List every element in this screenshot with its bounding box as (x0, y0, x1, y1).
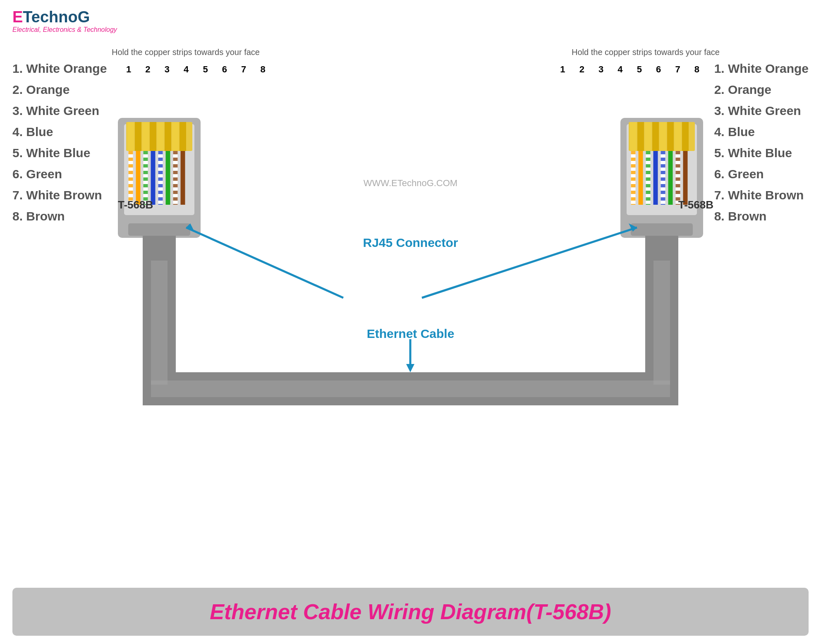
bottom-banner: Ethernet Cable Wiring Diagram(T-568B) (12, 588, 809, 636)
svg-rect-32 (675, 122, 681, 151)
svg-rect-9 (180, 122, 186, 151)
logo-area: ETechnoG Electrical, Electronics & Techn… (12, 8, 117, 34)
svg-marker-59 (406, 364, 414, 372)
ethernet-cable-label: Ethernet Cable (367, 327, 455, 341)
label-t568b-right: T-568B (678, 199, 713, 211)
svg-rect-26 (630, 122, 637, 151)
svg-rect-53 (653, 261, 670, 385)
svg-rect-28 (645, 122, 651, 151)
svg-rect-46 (631, 223, 693, 236)
logo-tagline: Electrical, Electronics & Technology (12, 26, 117, 34)
logo-technog: TechnoG (23, 8, 90, 26)
svg-rect-4 (142, 122, 149, 151)
svg-rect-7 (165, 122, 171, 151)
svg-rect-52 (151, 381, 670, 397)
svg-rect-2 (127, 122, 134, 151)
watermark: WWW.ETechnoG.COM (364, 178, 457, 189)
svg-line-54 (186, 227, 343, 298)
svg-rect-31 (667, 122, 674, 151)
svg-rect-51 (151, 261, 168, 385)
svg-rect-8 (172, 122, 179, 151)
svg-rect-30 (660, 122, 666, 151)
svg-rect-22 (128, 223, 190, 236)
svg-rect-47 (645, 236, 678, 261)
diagram-svg (0, 41, 821, 414)
svg-rect-5 (150, 122, 156, 151)
rj45-connector-label: RJ45 Connector (363, 236, 458, 250)
svg-rect-3 (135, 122, 141, 151)
svg-rect-6 (157, 122, 164, 151)
label-t568b-left: T-568B (118, 199, 153, 211)
svg-rect-23 (143, 236, 176, 261)
svg-rect-29 (652, 122, 659, 151)
bottom-banner-text: Ethernet Cable Wiring Diagram(T-568B) (12, 599, 809, 624)
logo: ETechnoG (12, 8, 117, 26)
page: ETechnoG Electrical, Electronics & Techn… (0, 0, 821, 644)
svg-rect-33 (682, 122, 689, 151)
logo-e: E (12, 8, 23, 26)
svg-rect-27 (637, 122, 644, 151)
